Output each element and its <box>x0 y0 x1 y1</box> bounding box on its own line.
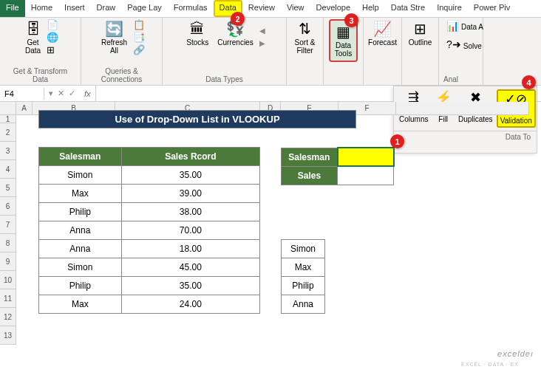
sheet-title: Use of Drop-Down List in VLOOKUP <box>38 110 356 128</box>
group-label: Anal <box>443 75 458 83</box>
solver-icon: ?➜ <box>446 39 461 50</box>
ribbon-tabs: File Home Insert Draw Page Lay Formulas … <box>0 0 541 18</box>
queries-icon[interactable]: 📋 <box>133 19 145 30</box>
tab-file[interactable]: File <box>0 0 25 17</box>
row-header[interactable]: 3 <box>0 142 16 160</box>
col-header[interactable] <box>396 102 529 115</box>
names-list: Simon Max Philip Anna <box>281 239 325 314</box>
group-label: Get & Transform Data <box>4 67 76 83</box>
data-table: SalesmanSales Rcord Simon35.00 Max39.00 … <box>38 147 260 314</box>
tab-inquire[interactable]: Inquire <box>431 0 468 17</box>
sales-output-cell[interactable] <box>338 166 394 185</box>
confirm-icon[interactable]: ✓ <box>69 89 75 98</box>
tab-page-layout[interactable]: Page Lay <box>121 0 167 17</box>
list-item[interactable]: Anna <box>282 295 325 314</box>
namebox-dropdown-icon[interactable]: ▾ <box>49 89 53 98</box>
stocks-icon: 🏛 <box>190 21 205 37</box>
row-header[interactable]: 5 <box>0 179 16 197</box>
tab-data-streamer[interactable]: Data Stre <box>385 0 431 17</box>
table-row: Simon45.00 <box>39 258 260 277</box>
col-header: Sales Rcord <box>121 148 259 166</box>
forecast-icon: 📈 <box>373 21 392 37</box>
lookup-label: Sales <box>282 166 338 185</box>
outline-button[interactable]: ⊞Outline <box>406 19 435 48</box>
get-data-button[interactable]: 🗄Get Data <box>22 19 44 56</box>
from-web-icon[interactable]: 🌐 <box>47 32 58 43</box>
data-analysis-button[interactable]: 📊Data A <box>443 19 503 35</box>
tab-insert[interactable]: Insert <box>58 0 91 17</box>
stocks-button[interactable]: 🏛Stocks <box>183 19 211 48</box>
properties-icon[interactable]: 📑 <box>133 32 145 43</box>
row-header[interactable]: 13 <box>0 326 16 345</box>
list-item[interactable]: Philip <box>282 277 325 295</box>
row-header[interactable]: 10 <box>0 271 16 289</box>
tab-formulas[interactable]: Formulas <box>168 0 214 17</box>
col-header[interactable]: A <box>16 102 33 115</box>
solver-button[interactable]: ?➜Solve <box>443 38 503 53</box>
table-row: Philip38.00 <box>39 203 260 221</box>
sort-filter-icon: ⇅ <box>299 21 311 37</box>
tab-home[interactable]: Home <box>25 0 58 17</box>
annotation-callout: 1 <box>390 134 404 148</box>
lookup-label: Salesman <box>282 148 338 166</box>
chevron-right-icon[interactable]: ▶ <box>259 39 265 47</box>
row-header[interactable]: 4 <box>0 160 16 179</box>
group-label: Queries & Connections <box>86 67 157 83</box>
forecast-button[interactable]: 📈Forecast <box>365 19 400 48</box>
database-icon: 🗄 <box>26 21 41 37</box>
row-header[interactable]: 7 <box>0 216 16 234</box>
group-label: Data Types <box>205 75 242 83</box>
from-table-icon[interactable]: ⊞ <box>47 44 58 55</box>
row-header[interactable]: 2 <box>0 123 16 142</box>
table-row: Philip35.00 <box>39 277 260 295</box>
watermark: exceldeı <box>497 349 534 358</box>
row-header[interactable]: 9 <box>0 252 16 271</box>
table-row: Anna18.00 <box>39 240 260 258</box>
table-row: Max24.00 <box>39 295 260 314</box>
tab-view[interactable]: View <box>281 0 310 17</box>
refresh-all-button[interactable]: 🔄Refresh All <box>98 19 130 56</box>
cancel-icon[interactable]: ✕ <box>58 89 64 98</box>
lookup-panel: Salesman Sales <box>281 147 395 185</box>
annotation-callout: 3 <box>344 13 358 27</box>
select-all-corner[interactable] <box>0 102 16 115</box>
col-header: Salesman <box>39 148 122 166</box>
tab-help[interactable]: Help <box>356 0 385 17</box>
list-item[interactable]: Max <box>282 258 325 277</box>
outline-icon: ⊞ <box>414 21 426 37</box>
name-box[interactable]: F4 <box>0 88 44 100</box>
row-header[interactable]: 12 <box>0 308 16 326</box>
tab-power-pivot[interactable]: Power Piv <box>468 0 517 17</box>
salesman-input-cell[interactable] <box>338 148 394 166</box>
watermark-sub: EXCEL · DATA · EX <box>461 362 519 367</box>
table-row: Simon35.00 <box>39 166 260 185</box>
annotation-callout: 2 <box>231 12 245 26</box>
ribbon: 🗄Get Data 📄 🌐 ⊞ Get & Transform Data 🔄Re… <box>0 18 541 86</box>
chevron-left-icon[interactable]: ◀ <box>259 27 265 35</box>
table-row: Max39.00 <box>39 185 260 203</box>
worksheet: 1 2 3 4 5 6 7 8 9 10 11 12 13 ABCDEF Use… <box>0 102 541 345</box>
row-header[interactable]: 1 <box>0 115 16 123</box>
fx-label[interactable]: fx <box>80 89 95 98</box>
tab-draw[interactable]: Draw <box>91 0 122 17</box>
table-row: Anna70.00 <box>39 221 260 240</box>
row-header[interactable]: 11 <box>0 289 16 308</box>
analysis-icon: 📊 <box>446 21 459 32</box>
refresh-icon: 🔄 <box>105 21 123 37</box>
sort-filter-button[interactable]: ⇅Sort & Filter <box>292 19 319 56</box>
tab-review[interactable]: Review <box>242 0 281 17</box>
annotation-callout: 4 <box>522 75 536 89</box>
row-header[interactable]: 6 <box>0 197 16 216</box>
edit-links-icon[interactable]: 🔗 <box>133 44 145 55</box>
list-item[interactable]: Simon <box>282 240 325 258</box>
row-header[interactable]: 8 <box>0 234 16 252</box>
from-text-icon[interactable]: 📄 <box>47 19 58 30</box>
